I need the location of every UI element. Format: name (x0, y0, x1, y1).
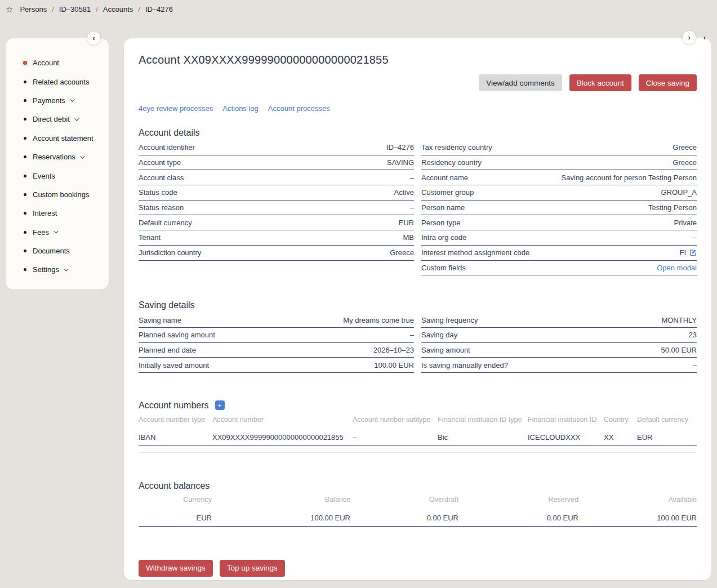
breadcrumb-item[interactable]: ID–30581 (59, 5, 91, 14)
detail-value: FI (679, 248, 686, 257)
detail-value[interactable]: Open modal (657, 264, 697, 272)
sidebar-item[interactable]: Events (6, 166, 109, 185)
detail-row: Is saving manually ended? – (421, 358, 697, 373)
detail-row: Interest method assignment code FI (421, 246, 697, 261)
table-row: EUR100.00 EUR0.00 EUR0.00 EUR100.00 EUR (139, 504, 697, 527)
table-cell: EUR (139, 504, 212, 526)
sidebar-item-label: Reservations (33, 153, 75, 161)
chevron-down-icon (64, 266, 68, 271)
detail-label: Account type (139, 158, 181, 167)
saving-right-column: Saving frequency MONTHLY Saving day 23 S… (421, 313, 697, 373)
column-header: Account number type (139, 416, 212, 424)
detail-row: Initially saved amount 100.00 EUR (139, 358, 414, 373)
bullet-icon (24, 193, 26, 196)
detail-row: Account type SAVING (139, 155, 414, 171)
detail-row: Saving amount 50.00 EUR (421, 343, 697, 358)
detail-value: Testing Person (648, 203, 697, 212)
details-left-column: Account identifier ID–4276 Account type … (139, 140, 414, 261)
sidebar-item[interactable]: Account statement (6, 129, 109, 148)
detail-label: Saving frequency (421, 316, 478, 324)
detail-row: Jurisdiction country Greece (139, 246, 414, 261)
detail-value: MB (403, 233, 415, 242)
chevron-down-icon (54, 229, 58, 234)
sidebar-item[interactable]: Reservations (6, 148, 109, 166)
panel-expand-button[interactable]: › (683, 31, 696, 44)
action-button[interactable]: Close saving (639, 74, 697, 91)
detail-value: MONTHLY (661, 316, 697, 324)
sidebar-nav: Account Related accounts Payments Direct… (6, 54, 109, 279)
action-button[interactable]: Block account (569, 74, 631, 91)
section-title: Account details (139, 128, 697, 138)
detail-label: Account identifier (139, 143, 195, 152)
main-panel: › ‹ Account XX09XXXX99999000000000000021… (124, 38, 711, 580)
breadcrumb-item[interactable]: Accounts (103, 5, 133, 14)
detail-label: Tax residency country (421, 143, 492, 152)
process-link[interactable]: Actions log (222, 104, 259, 113)
detail-row: Person name Testing Person (421, 201, 697, 216)
sidebar-item-label: Account statement (33, 134, 93, 142)
column-header: Currency (139, 496, 212, 504)
detail-row: Tenant MB (139, 230, 414, 246)
table-cell: Bic (438, 424, 528, 445)
process-link[interactable]: Account processes (268, 104, 330, 113)
sidebar-item[interactable]: Related accounts (6, 72, 109, 91)
column-header: Account number (212, 416, 353, 424)
detail-value: – (410, 203, 414, 212)
sidebar-item[interactable]: Custom bookings (6, 185, 109, 204)
detail-value: Greece (673, 143, 697, 152)
sidebar-item-label: Account (33, 59, 59, 67)
sidebar-item[interactable]: Payments (6, 91, 109, 110)
account-details-section: Account details Account identifier ID–42… (139, 128, 697, 275)
add-account-number-button[interactable]: + (215, 400, 225, 410)
detail-value: 50.00 EUR (661, 346, 697, 354)
sidebar: ‹ Account Related accounts Payments (6, 38, 109, 289)
bullet-icon (24, 212, 26, 215)
detail-value: 100.00 EUR (374, 361, 414, 369)
sidebar-item[interactable]: Account (6, 54, 109, 72)
bullet-icon (24, 118, 26, 121)
detail-label: Customer group (421, 188, 474, 197)
sidebar-item[interactable]: Documents (6, 242, 109, 260)
breadcrumb-separator: / (96, 5, 98, 14)
saving-details-section: Saving details Saving name My dreams com… (139, 300, 697, 373)
detail-row: Saving name My dreams come true (139, 313, 414, 328)
bullet-icon (24, 81, 26, 83)
footer-button[interactable]: Top up savings (220, 560, 285, 577)
bullet-icon (24, 137, 26, 140)
panel-collapse-icon[interactable]: ‹ (703, 34, 706, 42)
footer-button[interactable]: Withdraw savings (139, 560, 213, 577)
process-link[interactable]: 4eye review processes (139, 104, 213, 113)
section-title: Account numbers (139, 400, 209, 411)
sidebar-collapse-button[interactable]: ‹ (87, 32, 100, 44)
breadcrumb-item[interactable]: ID–4276 (145, 5, 173, 14)
bullet-icon (24, 175, 26, 177)
section-title: Account balances (139, 481, 697, 491)
sidebar-item-label: Direct debit (33, 115, 70, 123)
detail-value: SAVING (387, 158, 414, 167)
sidebar-item[interactable]: Settings (6, 260, 109, 279)
column-header: Financial institution ID type (438, 416, 528, 424)
detail-label: Planned saving amount (139, 331, 215, 339)
detail-row: Custom fields Open modal (421, 261, 697, 276)
chevron-down-icon (74, 116, 79, 121)
detail-label: Custom fields (421, 264, 466, 272)
details-right-column: Tax residency country Greece Residency c… (421, 140, 697, 275)
table-cell: 0.00 EUR (458, 504, 578, 526)
breadcrumb-separator: / (52, 5, 54, 14)
star-icon[interactable]: ☆ (6, 5, 13, 14)
detail-label: Default currency (139, 219, 192, 227)
table-cell: ICECLOUDXXX (528, 424, 604, 445)
sidebar-item[interactable]: Direct debit (6, 110, 109, 128)
detail-value: 2026–10–23 (373, 346, 414, 354)
action-buttons: View/add comments Block account Close sa… (139, 74, 697, 91)
sidebar-item-label: Settings (33, 265, 59, 274)
action-button[interactable]: View/add comments (479, 74, 562, 91)
table-cell: 100.00 EUR (578, 504, 697, 526)
detail-value: ID–4276 (386, 143, 414, 152)
edit-icon[interactable] (689, 249, 697, 256)
sidebar-item[interactable]: Interest (6, 204, 109, 222)
detail-label: Interest method assignment code (421, 248, 529, 257)
sidebar-item[interactable]: Fees (6, 223, 109, 242)
detail-value: EUR (399, 219, 414, 227)
breadcrumb-item[interactable]: Persons (20, 5, 47, 14)
